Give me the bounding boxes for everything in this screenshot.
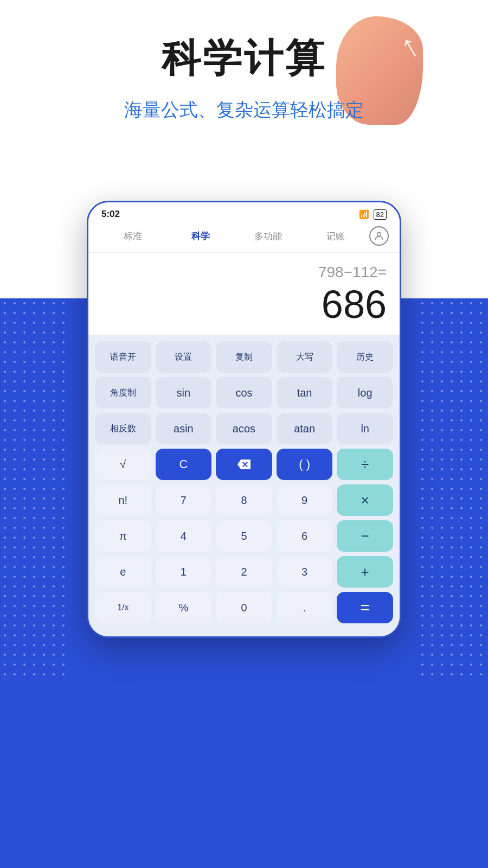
btn-decimal[interactable]: . xyxy=(277,592,333,623)
status-bar: 5:02 📶 82 xyxy=(88,202,400,223)
btn-acos[interactable]: acos xyxy=(216,413,272,444)
btn-1[interactable]: 1 xyxy=(156,556,212,588)
btn-add[interactable]: + xyxy=(337,556,393,588)
btn-8[interactable]: 8 xyxy=(216,484,272,516)
svg-point-0 xyxy=(377,232,381,236)
btn-multiply[interactable]: × xyxy=(337,484,393,516)
btn-backspace[interactable] xyxy=(216,449,272,480)
display-result: 686 xyxy=(101,283,387,326)
nav-tabs: 标准 科学 多功能 记账 xyxy=(88,223,400,253)
button-row-8: 1/x % 0 . = xyxy=(95,592,393,623)
btn-asin[interactable]: asin xyxy=(156,413,212,444)
wifi-icon: 📶 xyxy=(359,209,369,219)
tab-multifunction[interactable]: 多功能 xyxy=(234,228,302,245)
tab-science[interactable]: 科学 xyxy=(167,228,235,245)
btn-history[interactable]: 历史 xyxy=(337,341,393,373)
btn-clear[interactable]: C xyxy=(156,449,212,480)
hero-subtitle: 海量公式、复杂运算轻松搞定 xyxy=(0,98,488,123)
tab-accounting[interactable]: 记账 xyxy=(302,228,370,245)
button-row-6: π 4 5 6 − xyxy=(95,520,393,552)
btn-sin[interactable]: sin xyxy=(156,377,212,409)
calculator-body: 语音开 设置 复制 大写 历史 角度制 sin cos tan log 相反数 … xyxy=(88,335,400,636)
battery-icon: 82 xyxy=(374,209,387,220)
phone-body: 5:02 📶 82 标准 科学 多功能 记账 798−112= 686 xyxy=(87,201,401,638)
btn-log[interactable]: log xyxy=(337,377,393,409)
btn-3[interactable]: 3 xyxy=(277,556,333,588)
btn-ln[interactable]: ln xyxy=(337,413,393,444)
profile-button[interactable] xyxy=(369,226,389,246)
btn-9[interactable]: 9 xyxy=(277,484,333,516)
btn-tan[interactable]: tan xyxy=(277,377,333,409)
btn-2[interactable]: 2 xyxy=(216,556,272,588)
btn-cos[interactable]: cos xyxy=(216,377,272,409)
button-row-4: √ C ( ) ÷ xyxy=(95,449,393,480)
btn-euler[interactable]: e xyxy=(95,556,151,588)
btn-atan[interactable]: atan xyxy=(277,413,333,444)
btn-pi[interactable]: π xyxy=(95,520,151,552)
hero-section: 科学计算 海量公式、复杂运算轻松搞定 xyxy=(0,33,488,123)
status-time: 5:02 xyxy=(101,209,120,220)
hero-title: 科学计算 xyxy=(0,33,488,85)
btn-7[interactable]: 7 xyxy=(156,484,212,516)
button-row-2: 角度制 sin cos tan log xyxy=(95,377,393,409)
btn-sqrt[interactable]: √ xyxy=(95,449,151,480)
btn-4[interactable]: 4 xyxy=(156,520,212,552)
status-icons: 📶 82 xyxy=(359,209,387,220)
btn-parens[interactable]: ( ) xyxy=(277,449,333,480)
btn-divide[interactable]: ÷ xyxy=(337,449,393,480)
button-row-1: 语音开 设置 复制 大写 历史 xyxy=(95,341,393,373)
btn-reciprocal[interactable]: 1/x xyxy=(95,592,151,623)
display-expression: 798−112= xyxy=(101,264,387,281)
btn-6[interactable]: 6 xyxy=(277,520,333,552)
btn-subtract[interactable]: − xyxy=(337,520,393,552)
tab-standard[interactable]: 标准 xyxy=(99,228,167,245)
btn-settings[interactable]: 设置 xyxy=(156,341,212,373)
display-area: 798−112= 686 xyxy=(88,253,400,335)
button-row-5: n! 7 8 9 × xyxy=(95,484,393,516)
btn-equals[interactable]: = xyxy=(337,592,393,623)
button-row-7: e 1 2 3 + xyxy=(95,556,393,588)
btn-percent[interactable]: % xyxy=(156,592,212,623)
btn-degree[interactable]: 角度制 xyxy=(95,377,151,409)
btn-negate[interactable]: 相反数 xyxy=(95,413,151,444)
btn-factorial[interactable]: n! xyxy=(95,484,151,516)
btn-0[interactable]: 0 xyxy=(216,592,272,623)
btn-voice[interactable]: 语音开 xyxy=(95,341,151,373)
dot-pattern-right xyxy=(418,298,488,678)
phone-mockup: 5:02 📶 82 标准 科学 多功能 记账 798−112= 686 xyxy=(87,201,401,638)
btn-5[interactable]: 5 xyxy=(216,520,272,552)
btn-copy[interactable]: 复制 xyxy=(216,341,272,373)
dot-pattern-left xyxy=(0,298,70,678)
btn-uppercase[interactable]: 大写 xyxy=(277,341,333,373)
button-row-3: 相反数 asin acos atan ln xyxy=(95,413,393,444)
